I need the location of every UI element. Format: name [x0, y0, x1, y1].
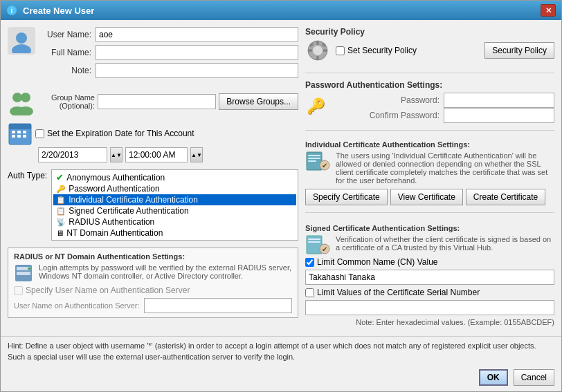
bottom-hint: Hint: Define a user object with username…	[1, 336, 561, 366]
fullname-input[interactable]	[96, 45, 298, 60]
browse-groups-button[interactable]: Browse Groups...	[219, 93, 298, 110]
auth-item-indiv[interactable]: 📋 Individual Certificate Authentication	[53, 194, 296, 205]
user-fields-group: User Name: Full Name: Note:	[8, 27, 298, 78]
server-icon	[14, 263, 33, 283]
window-icon: i	[6, 5, 17, 16]
ok-button[interactable]: OK	[479, 369, 508, 386]
svg-rect-11	[17, 131, 21, 133]
username-row: User Name:	[39, 27, 298, 42]
svg-point-3	[12, 44, 31, 53]
specify-cert-button[interactable]: Specify Certificate	[305, 189, 388, 205]
calendar-icon	[8, 121, 33, 146]
svg-rect-14	[17, 135, 21, 138]
confirm-password-input[interactable]	[444, 108, 554, 123]
auth-item-pw[interactable]: 🔑 Password Authentication	[53, 183, 296, 194]
create-cert-button[interactable]: Create Certificate	[466, 189, 545, 205]
bottom-buttons: OK Cancel	[1, 366, 561, 391]
auth-type-dropdown[interactable]: ✔ Anonymous Authentication 🔑 Password Au…	[51, 169, 298, 241]
window-title: Create New User	[23, 6, 94, 16]
group-name-input[interactable]	[98, 94, 216, 109]
username-server-label: User Name on Authentication Server:	[14, 301, 140, 310]
expiry-label: Set the Expiration Date for This Account	[47, 129, 194, 138]
username-server-input[interactable]	[144, 298, 292, 313]
radius-section: RADIUS or NT Domain Authentication Setti…	[8, 248, 298, 318]
svg-text:🔑: 🔑	[307, 97, 326, 115]
set-security-row: Set Security Policy Security Policy	[336, 42, 554, 59]
radius-section-title: RADIUS or NT Domain Authentication Setti…	[14, 252, 292, 261]
specify-username-checkbox[interactable]	[14, 286, 23, 295]
svg-rect-35	[307, 236, 322, 254]
auth-item-signed-label: Signed Certificate Authentication	[69, 206, 188, 216]
close-button[interactable]: ✕	[541, 4, 556, 17]
cert-doc-icon: ✔	[305, 151, 330, 171]
date-spin[interactable]: ▲▼	[110, 147, 123, 162]
svg-text:✔: ✔	[322, 162, 327, 169]
user-avatar-icon	[8, 27, 35, 55]
note-input[interactable]	[96, 63, 298, 78]
limit-serial-label: Limit Values of the Certificate Serial N…	[317, 288, 480, 297]
specify-username-row: Specify User Name on Authentication Serv…	[14, 286, 292, 295]
auth-item-signed[interactable]: 📋 Signed Certificate Authentication	[53, 205, 296, 216]
gear-icon	[305, 38, 330, 63]
cert-icon-2: 📋	[56, 207, 66, 216]
auth-item-nt-label: NT Domain Authentication	[66, 228, 163, 238]
svg-point-19	[28, 268, 30, 270]
auth-item-anon[interactable]: ✔ Anonymous Authentication	[53, 171, 296, 183]
serial-input[interactable]	[305, 300, 554, 315]
left-panel: User Name: Full Name: Note:	[8, 27, 298, 329]
password-auth-section: Password Authentication Settings: 🔑 Pass…	[305, 80, 554, 123]
time-spin[interactable]: ▲▼	[190, 147, 203, 162]
cert-buttons-group: Specify Certificate View Certificate Cre…	[305, 189, 554, 205]
svg-rect-12	[23, 131, 26, 133]
set-security-checkbox[interactable]	[336, 46, 345, 55]
cert-icon-1: 📋	[56, 196, 66, 205]
date-input[interactable]	[38, 147, 107, 162]
password-input[interactable]	[444, 93, 554, 108]
security-policy-button[interactable]: Security Policy	[484, 42, 554, 59]
svg-rect-22	[316, 41, 319, 45]
cn-value-input[interactable]	[305, 270, 554, 285]
svg-rect-31	[308, 158, 320, 159]
view-cert-button[interactable]: View Certificate	[390, 189, 463, 205]
key-icon: 🔑	[56, 185, 66, 194]
svg-rect-13	[12, 135, 15, 138]
auth-item-radius[interactable]: 📡 RADIUS Authentication	[53, 216, 296, 227]
hint-text: Hint: Define a user object with username…	[8, 342, 536, 360]
auth-item-pw-label: Password Authentication	[69, 184, 159, 194]
password-row: Password:	[336, 93, 554, 108]
auth-item-radius-label: RADIUS Authentication	[69, 217, 154, 227]
expiry-controls: ▲▼ ▲▼	[8, 147, 298, 162]
cancel-button[interactable]: Cancel	[514, 369, 554, 386]
right-panel: Security Policy	[305, 27, 554, 329]
limit-serial-row: Limit Values of the Certificate Serial N…	[305, 288, 554, 297]
svg-point-4	[12, 93, 22, 102]
auth-item-nt[interactable]: 🖥 NT Domain Authentication	[53, 227, 296, 239]
time-input[interactable]	[125, 147, 188, 162]
expiry-checkbox[interactable]	[35, 129, 44, 138]
auth-item-indiv-label: Individual Certificate Authentication	[69, 195, 198, 205]
limit-cn-row: Limit Common Name (CN) Value	[305, 257, 554, 267]
username-input[interactable]	[96, 27, 298, 42]
title-bar: i Create New User ✕	[1, 1, 561, 20]
user-text-fields: User Name: Full Name: Note:	[39, 27, 298, 78]
group-avatar-icon	[8, 88, 35, 115]
cert-icon-hint: ✔ The users using 'Individual Certificat…	[305, 151, 554, 185]
auth-type-label: Auth Type:	[8, 169, 47, 180]
security-policy-section: Security Policy	[305, 27, 554, 66]
confirm-password-row: Confirm Password:	[336, 108, 554, 123]
svg-rect-36	[308, 239, 320, 240]
svg-rect-23	[316, 56, 319, 60]
pw-settings-title: Password Authentication Settings:	[305, 80, 554, 90]
security-check-btn: Set Security Policy Security Policy	[336, 42, 554, 59]
radius-content: Login attempts by password will be verif…	[14, 263, 292, 283]
svg-rect-10	[12, 131, 15, 133]
limit-serial-checkbox[interactable]	[305, 288, 314, 297]
pw-icon-fields: 🔑 Password: Confirm Password:	[305, 93, 554, 123]
specify-username-label: Specify User Name on Authentication Serv…	[26, 286, 190, 295]
limit-cn-checkbox[interactable]	[305, 258, 314, 267]
auth-item-anon-label: Anonymous Authentication	[66, 173, 165, 183]
content-area: User Name: Full Name: Note:	[1, 20, 561, 336]
group-fields: Group Name (Optional): Browse Groups...	[39, 93, 298, 110]
signed-cert-section: Signed Certificate Authentication Settin…	[305, 224, 554, 326]
username-label: User Name:	[39, 30, 91, 39]
